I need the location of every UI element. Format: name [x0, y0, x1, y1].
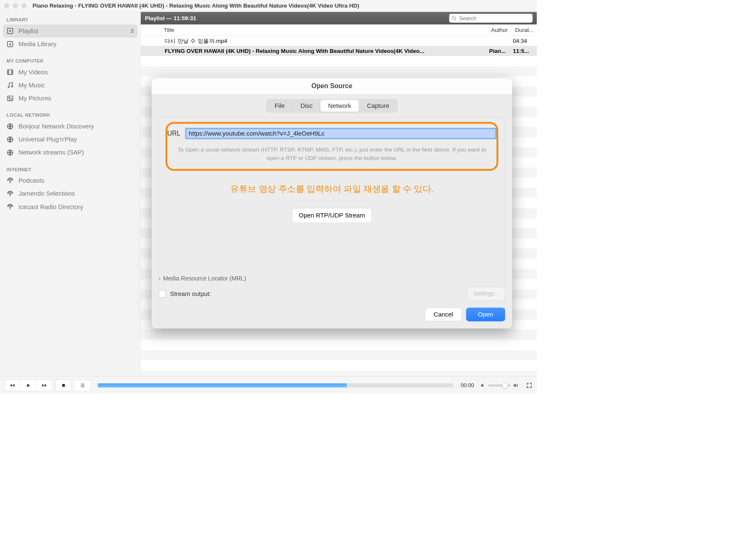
open-rtp-udp-button[interactable]: Open RTP/UDP Stream [292, 208, 372, 223]
fullscreen-button[interactable] [526, 382, 533, 389]
content-header: Playlist — 11:59:31 [141, 12, 537, 24]
row-duration: 11:5... [513, 48, 537, 55]
tab-capture[interactable]: Capture [359, 100, 397, 112]
url-input[interactable] [185, 128, 496, 139]
stream-output-checkbox[interactable] [159, 290, 166, 297]
playlist-toggle-button[interactable] [75, 379, 91, 391]
row-title: FLYING OVER HAWAII (4K UHD) - Relaxing M… [162, 48, 489, 55]
sidebar-item-label: Universal Plug'n'Play [18, 136, 77, 143]
sidebar-item-label: Bonjour Network Discovery [18, 123, 94, 130]
column-author[interactable]: Author [489, 24, 513, 35]
tab-file[interactable]: File [267, 100, 292, 112]
url-label: URL [167, 130, 180, 137]
source-tabs: File Disc Network Capture [266, 99, 398, 113]
sidebar-item-icecast[interactable]: Icecast Radio Directory [0, 200, 140, 213]
svg-point-10 [10, 180, 11, 181]
url-hint: To Open a usual network stream (HTTP, RT… [165, 146, 499, 162]
table-row[interactable]: 다시 만날 수 있을까.mp4 04:34 [141, 36, 537, 46]
progress-bar[interactable] [98, 383, 454, 387]
sidebar-item-my-music[interactable]: My Music [0, 79, 140, 92]
sidebar-item-media-library[interactable]: Media Library [0, 37, 140, 50]
playback-controls: 00:00 [0, 376, 537, 394]
svg-point-4 [11, 86, 13, 87]
sidebar-item-my-pictures[interactable]: My Pictures [0, 92, 140, 105]
svg-rect-2 [8, 70, 13, 74]
svg-point-3 [8, 86, 9, 88]
titlebar: Piano Relaxing - FLYING OVER HAWAII (4K … [0, 0, 537, 12]
sidebar-section-library: LIBRARY [0, 15, 140, 25]
maximize-window-button[interactable] [21, 3, 26, 8]
row-title: 다시 만날 수 있을까.mp4 [162, 37, 489, 45]
timecode: 00:00 [461, 382, 474, 388]
globe-icon [7, 123, 14, 130]
column-duration[interactable]: Durat... [513, 24, 537, 35]
minimize-window-button[interactable] [13, 3, 18, 8]
broadcast-icon [7, 177, 14, 184]
sidebar-item-label: Icecast Radio Directory [18, 203, 83, 210]
sidebar-item-label: My Music [18, 82, 45, 89]
sidebar-section-localnetwork: LOCAL NETWORK [0, 110, 140, 120]
sidebar-item-label: Playlist [18, 27, 38, 34]
play-button[interactable] [20, 379, 36, 391]
sidebar-item-label: My Pictures [18, 95, 51, 102]
row-duration: 04:34 [513, 37, 537, 44]
search-input[interactable] [449, 14, 533, 23]
volume-high-icon [513, 382, 518, 388]
sidebar-item-label: My Videos [18, 68, 47, 76]
globe-icon [7, 149, 14, 156]
sidebar-item-jamendo[interactable]: Jamendo Selections [0, 187, 140, 200]
sidebar-item-bonjour[interactable]: Bonjour Network Discovery [0, 120, 140, 133]
next-button[interactable] [37, 379, 52, 391]
svg-point-11 [10, 193, 11, 194]
sidebar: LIBRARY Playlist 2 Media Library MY COMP… [0, 12, 141, 376]
column-title[interactable]: Title [162, 24, 489, 35]
stream-settings-button[interactable]: Settings... [467, 287, 505, 301]
sidebar-item-my-videos[interactable]: My Videos [0, 65, 140, 79]
chevron-right-icon: › [159, 275, 161, 282]
dialog-title: Open Source [152, 78, 512, 94]
stop-button[interactable] [55, 379, 71, 391]
table-row[interactable]: FLYING OVER HAWAII (4K UHD) - Relaxing M… [141, 46, 537, 56]
open-source-dialog: Open Source File Disc Network Capture UR… [152, 78, 512, 328]
cancel-button[interactable]: Cancel [425, 308, 462, 322]
sidebar-item-label: Jamendo Selections [18, 190, 75, 197]
mrl-disclosure[interactable]: › Media Resource Locator (MRL) [159, 275, 505, 282]
stream-output-label: Stream output: [170, 290, 211, 297]
sidebar-section-internet: INTERNET [0, 165, 140, 174]
broadcast-icon [7, 203, 14, 210]
sidebar-item-label: Network streams (SAP) [18, 149, 84, 156]
sidebar-item-label: Podcasts [18, 177, 44, 184]
film-icon [7, 68, 14, 76]
window-title: Piano Relaxing - FLYING OVER HAWAII (4K … [32, 3, 359, 9]
tab-network[interactable]: Network [320, 100, 359, 112]
row-author: Pian... [489, 48, 513, 55]
volume-low-icon [480, 382, 486, 388]
music-icon [7, 82, 14, 89]
sidebar-item-podcasts[interactable]: Podcasts [0, 174, 140, 187]
tab-disc[interactable]: Disc [293, 100, 320, 112]
sidebar-item-sap[interactable]: Network streams (SAP) [0, 146, 140, 159]
svg-point-6 [9, 97, 10, 98]
svg-point-12 [10, 206, 11, 207]
volume-slider[interactable] [488, 385, 511, 386]
sidebar-item-count: 2 [131, 28, 134, 34]
sidebar-section-mycomputer: MY COMPUTER [0, 56, 140, 65]
globe-icon [7, 136, 14, 143]
open-button[interactable]: Open [466, 308, 505, 322]
library-icon [7, 41, 14, 48]
traffic-lights [4, 3, 26, 8]
sidebar-item-playlist[interactable]: Playlist 2 [3, 24, 137, 37]
svg-rect-5 [8, 96, 13, 101]
playlist-icon [7, 27, 14, 34]
previous-button[interactable] [4, 379, 20, 391]
close-window-button[interactable] [4, 3, 9, 8]
svg-rect-13 [62, 384, 65, 387]
sidebar-item-upnp[interactable]: Universal Plug'n'Play [0, 133, 140, 146]
annotation-text: 유튜브 영상 주소를 입력하여 파일 재생을 할 수 있다. [165, 183, 499, 195]
playlist-header-title: Playlist — 11:59:31 [145, 15, 196, 22]
progress-fill [98, 383, 347, 387]
picture-icon [7, 95, 14, 102]
table-header: Title Author Durat... [141, 24, 537, 36]
sidebar-item-label: Media Library [18, 41, 56, 48]
mrl-label: Media Resource Locator (MRL) [163, 275, 246, 282]
